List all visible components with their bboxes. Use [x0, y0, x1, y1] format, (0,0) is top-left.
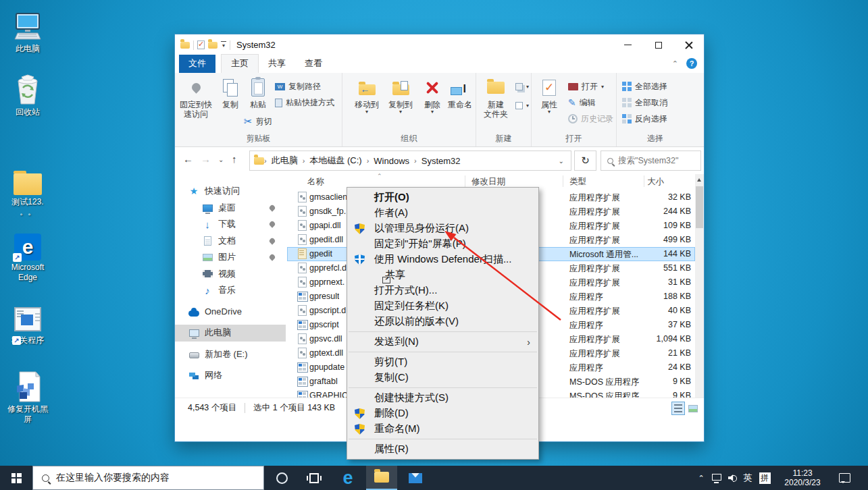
desktop-icon-fix-black-screen[interactable]: 修复开机黑屏: [4, 371, 51, 425]
sidebar-item-downloads[interactable]: 下载: [175, 216, 286, 233]
edit-button[interactable]: 编辑: [568, 96, 596, 109]
maximize-button[interactable]: [643, 34, 673, 55]
column-header-date-modified[interactable]: 修改日期: [471, 176, 505, 188]
invert-selection-button[interactable]: 反向选择: [622, 112, 667, 126]
menu-item-properties[interactable]: 属性(R): [347, 441, 538, 457]
tray-clock[interactable]: 11:23 2020/3/23: [777, 466, 828, 490]
tab-view[interactable]: 查看: [295, 55, 332, 73]
desktop-icon-test123-folder[interactable]: 测试123. 。。: [4, 164, 51, 217]
sidebar-item-new-volume-e[interactable]: 新加卷 (E:): [175, 346, 286, 363]
scrollbar-thumb[interactable]: [696, 186, 703, 228]
action-center-button[interactable]: [835, 466, 854, 490]
details-view-button[interactable]: [671, 402, 685, 415]
paste-shortcut-button[interactable]: 粘贴快捷方式: [275, 96, 334, 109]
breadcrumb-system32[interactable]: System32: [417, 156, 465, 166]
sidebar-item-network[interactable]: 网络: [175, 367, 286, 384]
menu-item-author[interactable]: 作者(A): [347, 205, 538, 221]
back-button[interactable]: ←: [183, 153, 193, 165]
start-button[interactable]: [0, 466, 32, 490]
tray-show-hidden-icons[interactable]: ⌃: [694, 466, 708, 490]
open-button[interactable]: 打开▾: [568, 80, 604, 93]
sidebar-item-documents[interactable]: 文档: [175, 233, 286, 250]
delete-button[interactable]: 删除▾: [419, 76, 445, 114]
copy-path-button[interactable]: 复制路径: [275, 80, 321, 93]
desktop-icon-this-pc[interactable]: 此电脑: [4, 11, 51, 54]
properties-quick-icon[interactable]: [197, 40, 205, 49]
sidebar-item-this-pc[interactable]: 此电脑: [175, 325, 286, 342]
pin-to-quick-access-button[interactable]: 固定到快 速访问: [176, 76, 215, 119]
breadcrumb-windows[interactable]: Windows: [369, 156, 414, 166]
tray-language-indicator[interactable]: 英: [740, 466, 755, 490]
sidebar-item-quick-access[interactable]: 快速访问: [175, 183, 286, 200]
taskbar-file-explorer-button[interactable]: [366, 466, 397, 490]
refresh-button[interactable]: ↻: [574, 151, 596, 171]
menu-item-run-as-administrator[interactable]: 以管理员身份运行(A): [347, 221, 538, 236]
breadcrumb-this-pc[interactable]: 此电脑: [267, 155, 303, 167]
menu-item-scan-with-defender[interactable]: 使用 Windows Defender扫描...: [347, 252, 538, 267]
tray-volume-icon[interactable]: [725, 466, 740, 490]
menu-item-share[interactable]: 共享: [347, 267, 538, 283]
title-bar[interactable]: ▾ System32: [175, 34, 704, 55]
column-header-type[interactable]: 类型: [569, 176, 586, 188]
taskbar-edge-button[interactable]: e: [332, 466, 363, 490]
tab-file[interactable]: 文件: [179, 55, 215, 73]
menu-item-cut[interactable]: 剪切(T): [347, 354, 538, 370]
menu-item-delete[interactable]: 删除(D): [347, 406, 538, 421]
address-bar[interactable]: › 此电脑› 本地磁盘 (C:)› Windows› System32 ⌄: [249, 151, 571, 171]
help-icon[interactable]: ?: [686, 58, 697, 69]
up-button[interactable]: ↑: [232, 153, 237, 165]
menu-item-pin-to-start[interactable]: 固定到"开始"屏幕(P): [347, 236, 538, 252]
cortana-button[interactable]: [266, 466, 297, 490]
vertical-scrollbar[interactable]: [695, 174, 704, 408]
search-input[interactable]: 搜索"System32": [601, 151, 701, 171]
sidebar-item-desktop[interactable]: 桌面: [175, 200, 286, 217]
copy-button[interactable]: 复制: [217, 76, 244, 109]
menu-item-create-shortcut[interactable]: 创建快捷方式(S): [347, 390, 538, 406]
select-all-button[interactable]: 全部选择: [622, 80, 667, 93]
sidebar-item-pictures[interactable]: 图片: [175, 249, 286, 266]
close-button[interactable]: [673, 34, 704, 55]
menu-item-open[interactable]: 打开(O): [347, 190, 538, 205]
new-folder-quick-icon[interactable]: [208, 42, 218, 49]
sidebar-item-music[interactable]: 音乐: [175, 282, 286, 299]
recent-locations-icon[interactable]: ⌄: [218, 156, 224, 163]
desktop-icon-app-shortcut[interactable]: ↗ 秒关程序: [4, 302, 51, 346]
select-none-button[interactable]: 全部取消: [622, 96, 667, 109]
tray-network-icon[interactable]: [709, 466, 724, 490]
move-to-button[interactable]: 移动到▾: [351, 76, 383, 114]
copy-to-button[interactable]: 复制到▾: [384, 76, 417, 114]
menu-item-restore-previous-versions[interactable]: 还原以前的版本(V): [347, 314, 538, 329]
sidebar-item-videos[interactable]: 视频: [175, 266, 286, 283]
menu-item-pin-to-taskbar[interactable]: 固定到任务栏(K): [347, 298, 538, 314]
breadcrumb-local-disk-c[interactable]: 本地磁盘 (C:): [305, 155, 366, 167]
task-view-button[interactable]: [299, 466, 330, 490]
column-header-name[interactable]: 名称: [307, 176, 324, 188]
minimize-button[interactable]: [613, 34, 643, 55]
rename-button[interactable]: 重命名: [445, 76, 475, 109]
desktop-icon-microsoft-edge[interactable]: e↗ Microsoft Edge: [4, 229, 51, 283]
address-dropdown-icon[interactable]: ⌄: [559, 157, 567, 165]
customize-quick-access-toolbar-icon[interactable]: ▾: [221, 41, 226, 49]
forward-button[interactable]: →: [201, 153, 211, 165]
tab-home[interactable]: 主页: [221, 54, 259, 73]
properties-button[interactable]: 属性▾: [534, 76, 564, 114]
taskbar-search-input[interactable]: 在这里输入你要搜索的内容: [32, 466, 264, 490]
easy-access-button[interactable]: ▾: [515, 99, 529, 112]
column-header-size[interactable]: 大小: [647, 176, 664, 188]
desktop-icon-recycle-bin[interactable]: 回收站: [4, 74, 51, 117]
new-folder-button[interactable]: 新建 文件夹: [478, 76, 514, 119]
large-icons-view-button[interactable]: [686, 402, 700, 415]
menu-item-open-with[interactable]: 打开方式(H)...: [347, 283, 538, 298]
menu-item-rename[interactable]: 重命名(M): [347, 421, 538, 437]
cut-button[interactable]: 剪切: [244, 115, 272, 128]
collapse-ribbon-icon[interactable]: ⌃: [672, 59, 678, 68]
menu-item-send-to[interactable]: 发送到(N) ›: [347, 334, 538, 350]
new-item-button[interactable]: ▾: [515, 80, 529, 93]
tab-share[interactable]: 共享: [259, 55, 295, 73]
paste-button[interactable]: 粘贴: [245, 76, 272, 109]
scroll-up-icon[interactable]: [697, 178, 701, 182]
tray-ime-indicator[interactable]: 拼: [757, 466, 773, 490]
taskbar-mail-button[interactable]: [400, 466, 431, 490]
sidebar-item-onedrive[interactable]: OneDrive: [175, 304, 286, 321]
menu-item-copy[interactable]: 复制(C): [347, 370, 538, 385]
